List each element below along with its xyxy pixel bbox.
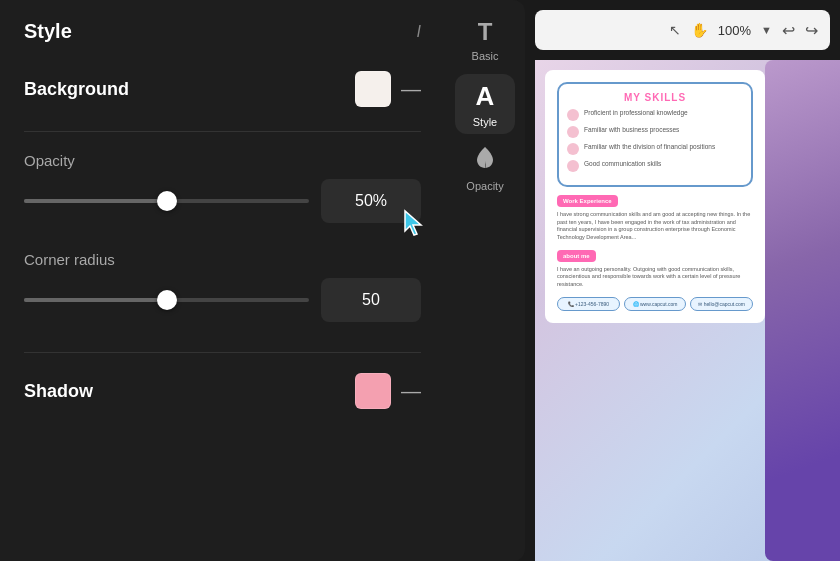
shadow-header: Shadow —: [24, 373, 421, 409]
app-container: Style I Background — Opacity: [0, 0, 840, 561]
skills-section: MY SKILLS Proficient in professional kno…: [557, 82, 753, 187]
corner-radius-value-display[interactable]: 50: [321, 278, 421, 322]
skill-icon-3: [567, 143, 579, 155]
canvas-area[interactable]: MY SKILLS Proficient in professional kno…: [535, 60, 840, 561]
skill-icon-2: [567, 126, 579, 138]
opacity-slider-fill: [24, 199, 167, 203]
background-title: Background: [24, 79, 129, 100]
shadow-section: Shadow —: [24, 373, 421, 409]
skill-item-3: Familiar with the division of financial …: [567, 143, 743, 155]
mini-toolbar: ↖ ✋ 100% ▼ ↩ ↪: [535, 10, 830, 50]
background-minus[interactable]: —: [401, 79, 421, 99]
opacity-slider-thumb[interactable]: [157, 191, 177, 211]
skill-icon-4: [567, 160, 579, 172]
shadow-color-swatch[interactable]: [355, 373, 391, 409]
about-text: I have an outgoing personality. Outgoing…: [557, 266, 753, 289]
skill-text-2: Familiar with business processes: [584, 126, 679, 134]
mini-toolbar-zoom-down[interactable]: ▼: [761, 24, 772, 36]
basic-icon: T: [478, 18, 493, 46]
toolbar-item-basic[interactable]: T Basic: [455, 10, 515, 70]
opacity-slider-track: [24, 199, 309, 203]
shadow-title: Shadow: [24, 381, 93, 402]
floating-toolbar: T Basic A Style Opacity: [445, 0, 525, 561]
skill-text-4: Good communication skills: [584, 160, 661, 168]
divider-1: [24, 131, 421, 132]
opacity-toolbar-label: Opacity: [466, 180, 503, 192]
mini-toolbar-cursor-icon[interactable]: ↖: [669, 22, 681, 38]
background-controls: —: [355, 71, 421, 107]
skill-text-3: Familiar with the division of financial …: [584, 143, 715, 151]
panel-header: Style I: [24, 20, 421, 43]
basic-label: Basic: [472, 50, 499, 62]
background-section: Background —: [24, 71, 421, 107]
skill-icon-1: [567, 109, 579, 121]
opacity-slider-container[interactable]: [24, 191, 309, 211]
shadow-controls: —: [355, 373, 421, 409]
shadow-minus[interactable]: —: [401, 381, 421, 401]
corner-radius-slider-row: 50: [24, 278, 421, 322]
corner-radius-row: Corner radius 50: [24, 251, 421, 322]
skill-text-1: Proficient in professional knowledge: [584, 109, 688, 117]
style-panel: Style I Background — Opacity: [0, 0, 445, 561]
opacity-label: Opacity: [24, 152, 421, 169]
italic-icon[interactable]: I: [417, 23, 421, 41]
opacity-slider-row: 50%: [24, 179, 421, 223]
panel-title: Style: [24, 20, 72, 43]
mini-toolbar-hand-icon[interactable]: ✋: [691, 22, 708, 38]
corner-radius-slider-fill: [24, 298, 167, 302]
corner-radius-slider-thumb[interactable]: [157, 290, 177, 310]
skill-item-2: Familiar with business processes: [567, 126, 743, 138]
contact-email: ✉ hello@capcut.com: [690, 297, 753, 311]
background-header: Background —: [24, 71, 421, 107]
divider-2: [24, 352, 421, 353]
skills-title: MY SKILLS: [567, 92, 743, 103]
corner-radius-label: Corner radius: [24, 251, 421, 268]
skill-item-4: Good communication skills: [567, 160, 743, 172]
contact-web: 🌐 www.capcut.com: [624, 297, 687, 311]
about-label: about me: [557, 250, 596, 262]
work-label: Work Experience: [557, 195, 618, 207]
opacity-icon: [472, 144, 498, 176]
style-icon: A: [476, 81, 495, 112]
opacity-value-wrapper[interactable]: 50%: [321, 179, 421, 223]
skill-item-1: Proficient in professional knowledge: [567, 109, 743, 121]
work-text: I have strong communication skills and a…: [557, 211, 753, 242]
right-side: T Basic A Style Opacity ↖ ✋ 100%: [445, 0, 840, 561]
mini-toolbar-zoom[interactable]: 100%: [718, 23, 751, 38]
opacity-value-display[interactable]: 50%: [321, 179, 421, 223]
opacity-row: Opacity 50%: [24, 152, 421, 223]
corner-radius-slider-container[interactable]: [24, 290, 309, 310]
toolbar-item-opacity[interactable]: Opacity: [455, 138, 515, 198]
corner-radius-slider-track: [24, 298, 309, 302]
toolbar-item-style[interactable]: A Style: [455, 74, 515, 134]
mini-toolbar-redo[interactable]: ↪: [805, 21, 818, 40]
resume-card: MY SKILLS Proficient in professional kno…: [545, 70, 765, 323]
contact-row: 📞 +123-456-7890 🌐 www.capcut.com ✉ hello…: [557, 297, 753, 311]
background-color-swatch[interactable]: [355, 71, 391, 107]
contact-phone: 📞 +123-456-7890: [557, 297, 620, 311]
mini-toolbar-undo[interactable]: ↩: [782, 21, 795, 40]
person-photo: [765, 60, 840, 561]
corner-radius-value-wrapper[interactable]: 50: [321, 278, 421, 322]
style-label: Style: [473, 116, 497, 128]
